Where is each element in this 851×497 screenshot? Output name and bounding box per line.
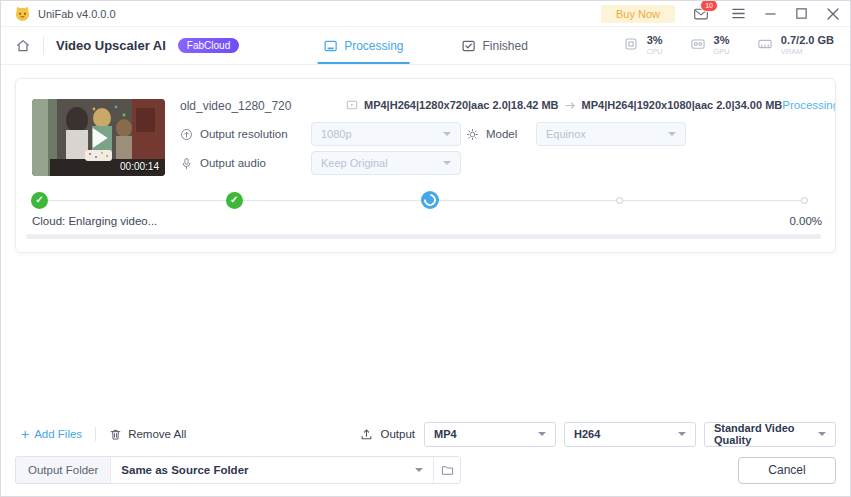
cpu-value: 3% xyxy=(647,34,663,47)
mail-button[interactable]: 10 xyxy=(693,6,709,22)
trash-icon xyxy=(109,428,122,441)
gpu-value: 3% xyxy=(714,34,730,47)
unifab-window: UniFab v4.0.0.0 Buy Now 10 xyxy=(0,0,851,497)
output-resolution-field: Output resolution xyxy=(180,128,311,141)
output-resolution-select: 1080p xyxy=(311,122,461,146)
progress-connector xyxy=(439,200,617,201)
memory-icon xyxy=(757,36,773,52)
output-audio-select: Keep Original xyxy=(311,151,461,175)
output-folder-select[interactable]: Same as Source Folder xyxy=(111,457,433,483)
remove-all-button[interactable]: Remove All xyxy=(109,428,186,441)
model-value: Equinox xyxy=(546,128,586,140)
remove-all-label: Remove All xyxy=(128,428,186,440)
minimize-button[interactable] xyxy=(764,7,777,20)
progress-status-text: Cloud: Enlarging video... xyxy=(32,215,157,227)
format-select[interactable]: MP4 xyxy=(424,422,556,447)
microphone-icon xyxy=(180,157,193,170)
tab-finished[interactable]: Finished xyxy=(462,27,528,64)
add-files-button[interactable]: + Add Files xyxy=(21,427,82,441)
chevron-down-icon xyxy=(678,432,686,436)
gpu-meter: 3% GPU xyxy=(690,34,730,58)
upload-icon xyxy=(360,428,373,441)
progress-steps: ✓✓ xyxy=(31,191,808,209)
progress-connector xyxy=(623,200,801,201)
module-title: Video Upscaler AI xyxy=(56,38,166,53)
gpu-icon xyxy=(690,36,706,52)
home-button[interactable] xyxy=(15,38,31,54)
plus-icon: + xyxy=(21,427,29,441)
footer-bar: Output Folder Same as Source Folder Canc… xyxy=(1,452,850,496)
video-file-icon xyxy=(346,99,358,111)
cpu-icon xyxy=(623,36,639,52)
model-field: Model xyxy=(466,128,536,141)
output-label: Output xyxy=(380,428,415,440)
progress-step-done: ✓ xyxy=(226,192,243,209)
vram-label: VRAM xyxy=(781,47,834,58)
progress-bar-track xyxy=(26,234,821,239)
title-bar: UniFab v4.0.0.0 Buy Now 10 xyxy=(1,1,850,27)
progress-step-pending xyxy=(616,197,623,204)
bottom-toolbar: + Add Files Remove All Output xyxy=(1,416,850,452)
task-status: Processing xyxy=(782,99,836,111)
quality-select[interactable]: Standard Video Quality xyxy=(704,422,836,447)
tab-processing-label: Processing xyxy=(344,39,403,53)
maximize-button[interactable] xyxy=(795,7,808,20)
processing-icon xyxy=(323,39,337,53)
output-folder-group: Output Folder Same as Source Folder xyxy=(15,456,461,484)
nav-bar: Video Upscaler AI FabCloud Processing xyxy=(1,27,850,65)
chevron-down-icon xyxy=(443,161,451,165)
model-label: Model xyxy=(486,128,517,140)
chevron-down-icon xyxy=(668,132,676,136)
add-files-label: Add Files xyxy=(34,428,82,440)
video-duration: 00:00:14 xyxy=(120,161,159,172)
format-value: MP4 xyxy=(434,428,457,440)
vram-value: 0.7/2.0 GB xyxy=(781,34,834,47)
unifab-logo-icon xyxy=(14,5,31,22)
output-folder-label: Output Folder xyxy=(16,457,111,483)
progress-step-done: ✓ xyxy=(31,192,48,209)
media-info: MP4|H264|1280x720|aac 2.0|18.42 MB MP4|H… xyxy=(346,99,782,111)
target-media-info: MP4|H264|1920x1080|aac 2.0|34.00 MB xyxy=(582,99,783,111)
chevron-down-icon xyxy=(443,132,451,136)
codec-value: H264 xyxy=(574,428,600,440)
video-thumbnail[interactable]: 00:00:14 xyxy=(32,99,165,176)
progress-step-active xyxy=(421,191,439,209)
chevron-down-icon xyxy=(818,432,826,436)
tab-processing[interactable]: Processing xyxy=(323,27,403,64)
codec-select[interactable]: H264 xyxy=(564,422,696,447)
progress-connector xyxy=(48,200,226,201)
output-audio-field: Output audio xyxy=(180,157,311,170)
tab-finished-label: Finished xyxy=(483,39,528,53)
chevron-down-icon xyxy=(538,432,546,436)
fabcloud-badge: FabCloud xyxy=(178,38,239,53)
play-icon[interactable] xyxy=(92,128,107,148)
output-label-group: Output xyxy=(360,428,415,441)
model-select: Equinox xyxy=(536,122,686,146)
mail-badge: 10 xyxy=(700,0,718,12)
folder-icon xyxy=(441,465,454,476)
progress-step-pending xyxy=(801,197,808,204)
output-audio-label: Output audio xyxy=(200,157,266,169)
output-resolution-label: Output resolution xyxy=(200,128,288,140)
arrow-right-icon xyxy=(565,101,576,110)
vram-meter: 0.7/2.0 GB VRAM xyxy=(757,34,834,58)
menu-button[interactable] xyxy=(731,7,746,20)
progress-connector xyxy=(243,200,421,201)
cpu-label: CPU xyxy=(647,47,663,58)
cancel-button[interactable]: Cancel xyxy=(738,457,836,484)
buy-now-button[interactable]: Buy Now xyxy=(601,5,675,23)
finished-icon xyxy=(462,39,476,53)
gpu-label: GPU xyxy=(714,47,730,58)
source-media-info: MP4|H264|1280x720|aac 2.0|18.42 MB xyxy=(364,99,559,111)
quality-value: Standard Video Quality xyxy=(714,422,818,446)
divider xyxy=(43,37,44,55)
output-audio-value: Keep Original xyxy=(321,157,388,169)
browse-folder-button[interactable] xyxy=(433,457,460,483)
divider xyxy=(95,427,96,441)
model-gear-icon xyxy=(466,128,479,141)
task-card: 00:00:14 old_video_1280_720 MP4|H264|128… xyxy=(15,78,836,253)
close-button[interactable] xyxy=(826,7,840,21)
progress-percent: 0.00% xyxy=(789,215,822,227)
tab-bar: Processing Finished xyxy=(323,27,528,64)
task-list: 00:00:14 old_video_1280_720 MP4|H264|128… xyxy=(1,65,850,416)
